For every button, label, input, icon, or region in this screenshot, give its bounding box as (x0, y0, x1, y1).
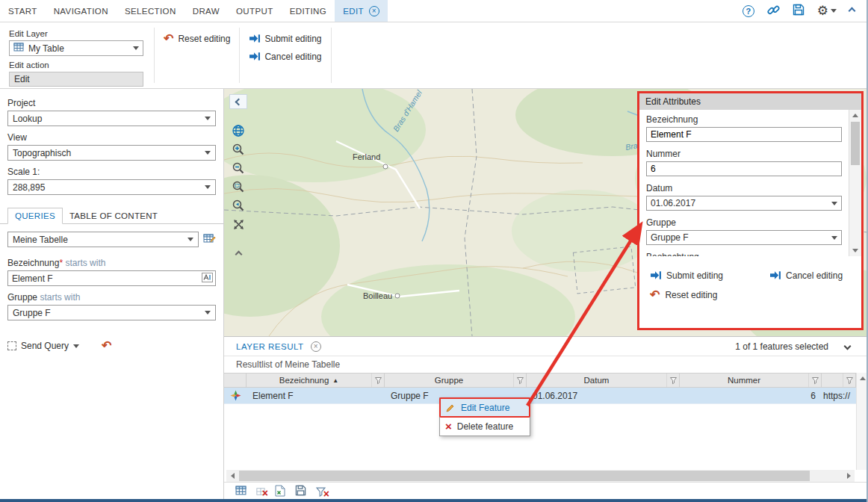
panel-reset-editing-button[interactable]: ↶ Reset editing (650, 289, 717, 301)
layer-result-panel: LAYER RESULT × 1 of 1 features selected … (224, 336, 868, 500)
header-nummer[interactable]: Nummer (680, 374, 822, 387)
edit-attributes-title: Edit Attributes (639, 93, 861, 110)
reset-editing-button[interactable]: ↶ Reset editing (164, 33, 230, 45)
panel-submit-editing-button[interactable]: Submit editing (650, 270, 723, 281)
attr-datum-select[interactable]: 01.06.2017 (646, 196, 842, 211)
scrollbar-thumb[interactable] (851, 122, 860, 165)
clear-filter-icon[interactable]: × (316, 487, 326, 497)
layer-result-tab[interactable]: LAYER RESULT (236, 342, 304, 351)
menu-item-edit-feature[interactable]: Edit Feature (440, 398, 530, 417)
ribbon-tabbar: START NAVIGATION SELECTION DRAW OUTPUT E… (0, 0, 868, 22)
zoom-previous-icon[interactable] (229, 197, 247, 214)
attr-bezeichnung-label: Bezeichnung (646, 114, 842, 125)
header-gruppe[interactable]: Gruppe (385, 374, 527, 387)
tab-table-of-content[interactable]: TABLE OF CONTENT (63, 208, 164, 223)
field-gruppe-operator[interactable]: starts with (40, 292, 80, 303)
cell-datum: 01.06.2017 (527, 391, 680, 401)
tab-navigation[interactable]: NAVIGATION (46, 0, 117, 22)
chevron-down-icon (133, 46, 139, 50)
zoom-out-icon[interactable] (229, 160, 247, 176)
query-table-edit-icon[interactable] (203, 232, 216, 247)
filter-icon[interactable] (843, 374, 855, 387)
filter-icon[interactable] (371, 374, 384, 387)
submit-arrow-icon (249, 33, 260, 44)
filter-icon[interactable] (808, 374, 821, 387)
scroll-left-icon[interactable] (226, 470, 238, 482)
help-icon[interactable]: ? (743, 5, 754, 17)
header-bezeichnung[interactable]: Bezeichnung▲ (247, 374, 385, 387)
field-gruppe-label-row: Gruppe starts with (7, 292, 216, 303)
show-table-icon[interactable] (235, 485, 247, 498)
submit-arrow-icon (650, 270, 661, 281)
settings-caret-icon (831, 9, 837, 13)
scrollbar-thumb[interactable] (239, 471, 810, 481)
cancel-arrow-icon (249, 51, 260, 62)
tab-queries[interactable]: QUERIES (7, 208, 63, 224)
link-icon[interactable] (767, 4, 780, 19)
field-bezeichnung-input[interactable] (12, 273, 199, 284)
application-window: START NAVIGATION SELECTION DRAW OUTPUT E… (0, 0, 868, 502)
collapse-result-icon[interactable] (844, 343, 852, 350)
edit-panel-buttons: Submit editing Cancel editing ↶ Reset ed… (639, 256, 861, 301)
attr-bezeichnung-input[interactable] (651, 129, 837, 140)
project-select[interactable]: Lookup (7, 111, 216, 126)
field-bezeichnung-operator[interactable]: starts with (65, 258, 105, 268)
result-horizontal-scrollbar[interactable] (226, 470, 855, 482)
header-datum[interactable]: Datum (527, 374, 680, 387)
tab-draw[interactable]: DRAW (185, 0, 228, 22)
scroll-down-icon[interactable] (849, 245, 861, 256)
scrollbar-track[interactable] (238, 470, 843, 482)
ribbon-panel: Edit Layer My Table Edit action Edit ↶ R… (0, 22, 868, 89)
save-result-icon[interactable] (295, 485, 306, 498)
header-url-column[interactable] (822, 374, 856, 387)
chevron-down-icon (187, 238, 193, 241)
collapse-toolbar-icon[interactable] (229, 246, 247, 262)
panel-cancel-editing-button[interactable]: Cancel editing (769, 270, 843, 281)
attr-nummer-input[interactable] (651, 164, 837, 174)
query-layer-select[interactable]: Meine Tabelle (7, 232, 199, 247)
scroll-right-icon[interactable] (843, 470, 855, 482)
result-row-selected[interactable]: Element F Gruppe F 01.06.2017 6 https:// (224, 388, 856, 404)
query-layer-value: Meine Tabelle (13, 235, 185, 245)
scale-select[interactable]: 288,895 (7, 179, 216, 195)
header-datum-label: Datum (584, 376, 610, 385)
tab-start[interactable]: START (0, 0, 46, 22)
field-gruppe-select[interactable]: Gruppe F (7, 305, 216, 320)
edit-panel-scrollbar[interactable] (849, 110, 861, 256)
zoom-in-icon[interactable] (229, 141, 247, 158)
remove-result-icon[interactable]: × (256, 487, 265, 496)
attr-gruppe-select[interactable]: Gruppe F (646, 230, 842, 245)
panel-reset-label: Reset editing (665, 290, 717, 300)
filter-icon[interactable] (513, 374, 526, 387)
undo-arrow-icon: ↶ (650, 289, 660, 301)
menu-item-delete-feature[interactable]: × Delete feature (440, 417, 530, 436)
settings-icon[interactable]: ⚙ (817, 4, 837, 17)
feature-icon (224, 390, 247, 401)
filter-icon[interactable] (666, 374, 679, 387)
close-result-icon[interactable]: × (311, 341, 321, 352)
collapse-sidebar-icon[interactable] (229, 94, 247, 109)
tab-edit-active[interactable]: EDIT × (335, 0, 388, 22)
save-icon[interactable] (793, 4, 805, 18)
result-toolbar: × × (224, 482, 868, 501)
send-query-button[interactable]: Send Query (7, 341, 79, 351)
tab-selection[interactable]: SELECTION (117, 0, 185, 22)
scroll-up-icon[interactable] (849, 110, 861, 121)
collapse-ribbon-icon[interactable] (849, 7, 856, 15)
result-subtitle: Resultlist of Meine Tabelle (224, 356, 868, 373)
export-excel-icon[interactable] (275, 485, 285, 499)
cancel-editing-button[interactable]: Cancel editing (249, 51, 321, 62)
required-mark: * (59, 258, 63, 268)
input-assist-icon[interactable] (202, 273, 213, 285)
full-extent-icon[interactable] (229, 216, 247, 232)
edit-layer-select[interactable]: My Table (9, 40, 143, 56)
submit-editing-button[interactable]: Submit editing (249, 33, 321, 44)
tab-output[interactable]: OUTPUT (228, 0, 282, 22)
cell-url: https:// (822, 391, 856, 401)
tab-editing[interactable]: EDITING (282, 0, 335, 22)
globe-icon[interactable] (229, 123, 247, 139)
zoom-window-icon[interactable] (229, 179, 247, 195)
close-tab-icon[interactable]: × (369, 6, 379, 16)
reset-query-icon[interactable]: ↶ (102, 340, 111, 352)
view-select[interactable]: Topographisch (7, 145, 216, 161)
